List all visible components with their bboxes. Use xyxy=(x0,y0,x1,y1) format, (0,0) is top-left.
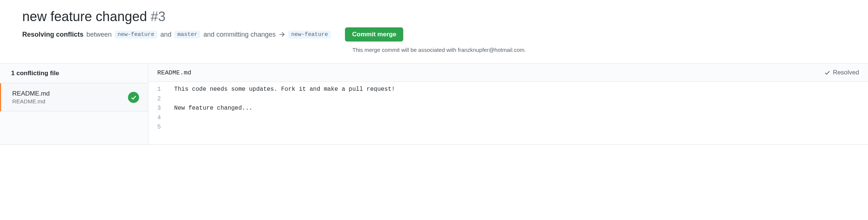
code-line: This code needs some updates. Fork it an… xyxy=(174,85,395,94)
result-branch-tag[interactable]: new-feature xyxy=(288,31,331,39)
and-text: and xyxy=(160,31,171,39)
check-icon xyxy=(824,69,831,76)
line-numbers: 12345 xyxy=(148,85,168,132)
line-number: 4 xyxy=(157,113,161,123)
code-line: New feature changed... xyxy=(174,104,395,113)
association-email: franzknupfer@hotmail.com xyxy=(458,47,524,53)
target-branch-tag[interactable]: master xyxy=(174,31,200,39)
commit-text: and committing changes xyxy=(203,31,276,39)
file-list-item[interactable]: README.md README.md xyxy=(0,83,148,111)
conflict-panel: 1 conflicting file README.md README.md R… xyxy=(0,63,868,145)
content-filename: README.md xyxy=(157,69,191,76)
file-names: README.md README.md xyxy=(12,90,50,104)
page-title-row: new feature changed #3 xyxy=(22,9,846,24)
code-line xyxy=(174,113,395,123)
subtitle-row: Resolving conflicts between new-feature … xyxy=(22,27,846,41)
resolved-status: Resolved xyxy=(824,69,859,76)
code-line xyxy=(174,123,395,132)
sidebar-heading: 1 conflicting file xyxy=(0,64,148,83)
arrow-right-icon xyxy=(279,31,285,38)
file-sidebar: 1 conflicting file README.md README.md xyxy=(0,64,148,144)
file-name-main: README.md xyxy=(12,90,50,97)
content-panel: README.md Resolved 12345 This code needs… xyxy=(148,64,868,144)
association-suffix: . xyxy=(525,47,526,53)
code-lines: This code needs some updates. Fork it an… xyxy=(168,85,395,132)
association-note: This merge commit will be associated wit… xyxy=(22,47,846,53)
line-number: 5 xyxy=(157,123,161,132)
resolved-check-icon xyxy=(128,92,139,103)
pr-number: #3 xyxy=(151,9,165,24)
code-editor[interactable]: 12345 This code needs some updates. Fork… xyxy=(148,82,868,132)
code-line xyxy=(174,94,395,104)
resolved-text: Resolved xyxy=(833,69,859,76)
association-prefix: This merge commit will be associated wit… xyxy=(352,47,458,53)
resolving-label: Resolving conflicts xyxy=(22,31,83,39)
content-header: README.md Resolved xyxy=(148,64,868,82)
source-branch-tag[interactable]: new-feature xyxy=(115,31,157,39)
commit-merge-button[interactable]: Commit merge xyxy=(345,27,403,41)
line-number: 3 xyxy=(157,104,161,113)
between-text: between xyxy=(86,31,112,39)
file-name-path: README.md xyxy=(12,98,50,104)
pr-title: new feature changed xyxy=(22,9,147,24)
line-number: 1 xyxy=(157,85,161,94)
line-number: 2 xyxy=(157,94,161,104)
